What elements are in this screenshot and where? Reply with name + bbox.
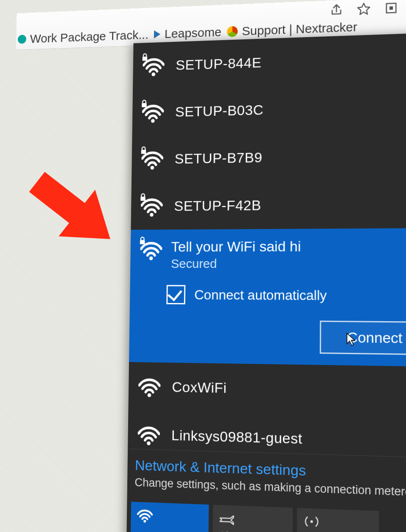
svg-point-4 bbox=[310, 520, 313, 523]
wifi-network-name: Linksys09881-guest bbox=[171, 427, 302, 447]
connect-automatically-label: Connect automatically bbox=[194, 287, 326, 303]
tile-airplane-mode[interactable]: Airplane mode bbox=[212, 505, 293, 532]
wifi-network-item[interactable]: SETUP-B03C bbox=[132, 81, 406, 136]
wifi-network-name: CoxWiFi bbox=[172, 379, 227, 396]
wifi-network-name: SETUP-844E bbox=[176, 54, 261, 73]
airplane-icon bbox=[219, 510, 287, 532]
wifi-secured-icon bbox=[140, 239, 162, 260]
svg-rect-3 bbox=[390, 6, 393, 10]
wifi-flyout-panel: SETUP-844E SETUP-B03C SETUP-B7B9 SETUP-F… bbox=[126, 33, 406, 532]
tile-wifi[interactable]: Wi-Fi bbox=[130, 502, 209, 532]
wifi-secured-icon bbox=[141, 195, 163, 217]
wifi-network-item[interactable]: SETUP-B7B9 bbox=[132, 130, 406, 183]
bookmark-label: Support | Nextracker bbox=[242, 20, 357, 38]
checkbox-checked-icon[interactable] bbox=[166, 285, 185, 304]
wifi-network-name: SETUP-F42B bbox=[174, 197, 261, 214]
wifi-icon bbox=[137, 507, 203, 528]
network-settings-subtext: Change settings, such as making a connec… bbox=[134, 476, 406, 499]
wifi-selected-name: Tell your WiFi said hi bbox=[171, 238, 301, 255]
wifi-network-item[interactable]: SETUP-F42B bbox=[131, 179, 406, 230]
bookmark-favicon-circle bbox=[227, 26, 238, 37]
wifi-secured-icon bbox=[143, 55, 165, 77]
hotspot-icon bbox=[303, 513, 373, 532]
wifi-secured-icon bbox=[142, 101, 164, 123]
connect-button[interactable]: Connect bbox=[320, 321, 406, 355]
wifi-network-item[interactable]: CoxWiFi bbox=[128, 362, 406, 417]
mouse-cursor-icon bbox=[346, 333, 358, 350]
wifi-open-weak-icon bbox=[137, 423, 160, 445]
wifi-secured-icon bbox=[141, 148, 163, 170]
wifi-open-icon bbox=[138, 375, 161, 398]
bookmark-favicon-dot bbox=[18, 35, 26, 44]
network-settings-link[interactable]: Network & Internet settings bbox=[135, 457, 306, 478]
bookmark-label: Work Package Track... bbox=[30, 28, 148, 46]
connect-automatically-row[interactable]: Connect automatically bbox=[166, 285, 406, 306]
wifi-selected-status: Secured bbox=[171, 256, 301, 271]
wifi-network-name: SETUP-B7B9 bbox=[175, 149, 263, 167]
tile-mobile-hotspot[interactable]: Mobile hotspot bbox=[297, 508, 379, 532]
bookmark-work-package[interactable]: Work Package Track... bbox=[18, 28, 148, 46]
bookmark-leapsome[interactable]: Leapsome bbox=[154, 25, 222, 41]
bookmark-favicon-triangle bbox=[154, 30, 160, 38]
wifi-network-selected[interactable]: Tell your WiFi said hi Secured Connect a… bbox=[129, 228, 406, 367]
bookmark-label: Leapsome bbox=[165, 25, 222, 41]
wifi-network-name: SETUP-B03C bbox=[175, 101, 263, 120]
